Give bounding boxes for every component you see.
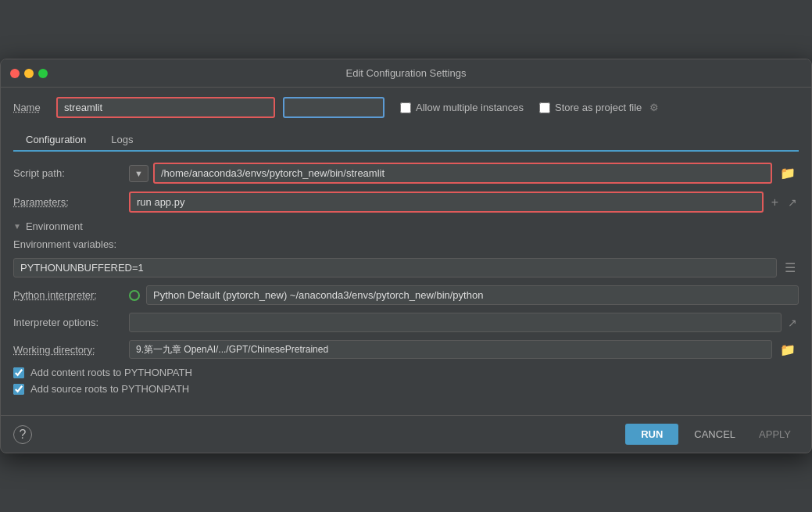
tab-logs[interactable]: Logs [98, 129, 145, 152]
maximize-button[interactable] [38, 69, 48, 78]
parameters-input[interactable] [129, 192, 764, 213]
python-interpreter-label: Python interpreter: [13, 289, 123, 301]
dialog-window: Edit Configuration Settings Name Allow m… [0, 59, 812, 453]
store-project-label: Store as project file [555, 102, 642, 113]
interpreter-options-field-container: ↗ [129, 313, 799, 332]
add-parameter-button[interactable]: + [768, 194, 782, 211]
add-content-roots-label: Add content roots to PYTHONPATH [30, 367, 192, 378]
add-content-roots-row: Add content roots to PYTHONPATH [13, 367, 799, 378]
title-bar: Edit Configuration Settings [1, 59, 811, 88]
interpreter-status-icon [129, 290, 140, 301]
python-interpreter-field-container: Python Default (pytorch_new) ~/anaconda3… [129, 285, 799, 305]
script-path-row: Script path: ▼ 📁 [13, 163, 799, 184]
store-project-group: Store as project file ⚙ [539, 102, 659, 113]
env-variables-input[interactable] [13, 258, 777, 277]
run-button[interactable]: RUN [625, 424, 678, 445]
python-interpreter-select[interactable]: Python Default (pytorch_new) ~/anaconda3… [146, 285, 799, 305]
minimize-button[interactable] [24, 69, 34, 78]
help-button[interactable]: ? [13, 425, 32, 444]
env-variables-label: Environment variables: [13, 238, 123, 250]
environment-chevron: ▼ [13, 222, 21, 231]
folder-icon-button[interactable]: 📁 [777, 164, 799, 182]
environment-label: Environment [26, 220, 83, 232]
env-list-icon-button[interactable]: ☰ [782, 259, 799, 277]
working-directory-row: Working directory: 📁 [13, 340, 799, 359]
working-directory-field-container: 📁 [129, 340, 799, 359]
working-directory-input[interactable] [129, 340, 772, 359]
env-variables-field-container: ☰ [13, 258, 799, 277]
cancel-button[interactable]: CANCEL [686, 424, 743, 445]
add-source-roots-checkbox[interactable] [13, 384, 24, 395]
add-content-roots-checkbox[interactable] [13, 367, 24, 378]
dialog-title: Edit Configuration Settings [346, 67, 467, 79]
traffic-lights [10, 69, 48, 78]
close-button[interactable] [10, 69, 20, 78]
name-input[interactable] [56, 97, 275, 118]
expand-interpreter-options-button[interactable]: ↗ [786, 315, 799, 331]
script-path-dropdown[interactable]: ▼ [129, 165, 148, 182]
allow-multiple-group: Allow multiple instances [400, 102, 524, 113]
env-variables-row: Environment variables: [13, 238, 799, 250]
apply-button[interactable]: APPLY [751, 424, 799, 445]
script-path-input[interactable] [153, 163, 772, 184]
script-path-field-container: ▼ 📁 [129, 163, 799, 184]
name-secondary-input[interactable] [283, 97, 385, 118]
script-path-label: Script path: [13, 167, 123, 179]
bottom-bar: ? RUN CANCEL APPLY [1, 415, 811, 453]
tab-configuration[interactable]: Configuration [13, 129, 98, 152]
name-label: Name [13, 102, 48, 113]
allow-multiple-label: Allow multiple instances [416, 102, 524, 113]
add-source-roots-row: Add source roots to PYTHONPATH [13, 383, 799, 395]
interpreter-options-row: Interpreter options: ↗ [13, 313, 799, 332]
name-row: Name Allow multiple instances Store as p… [13, 97, 799, 118]
parameters-row: Parameters: + ↗ [13, 192, 799, 213]
expand-parameters-button[interactable]: ↗ [786, 195, 799, 210]
interpreter-options-input[interactable] [129, 313, 782, 332]
environment-section-header[interactable]: ▼ Environment [13, 220, 799, 232]
add-source-roots-label: Add source roots to PYTHONPATH [30, 383, 189, 395]
allow-multiple-checkbox[interactable] [400, 102, 411, 113]
dialog-content: Name Allow multiple instances Store as p… [1, 88, 811, 409]
working-directory-folder-button[interactable]: 📁 [777, 341, 799, 359]
env-variables-input-row: ☰ [13, 258, 799, 277]
interpreter-options-label: Interpreter options: [13, 317, 123, 328]
working-directory-label: Working directory: [13, 344, 123, 356]
gear-icon[interactable]: ⚙ [649, 102, 659, 113]
parameters-label: Parameters: [13, 196, 123, 208]
python-interpreter-row: Python interpreter: Python Default (pyto… [13, 285, 799, 305]
parameters-field-container: + ↗ [129, 192, 799, 213]
tabs-bar: Configuration Logs [13, 129, 799, 152]
store-project-checkbox[interactable] [539, 102, 550, 113]
